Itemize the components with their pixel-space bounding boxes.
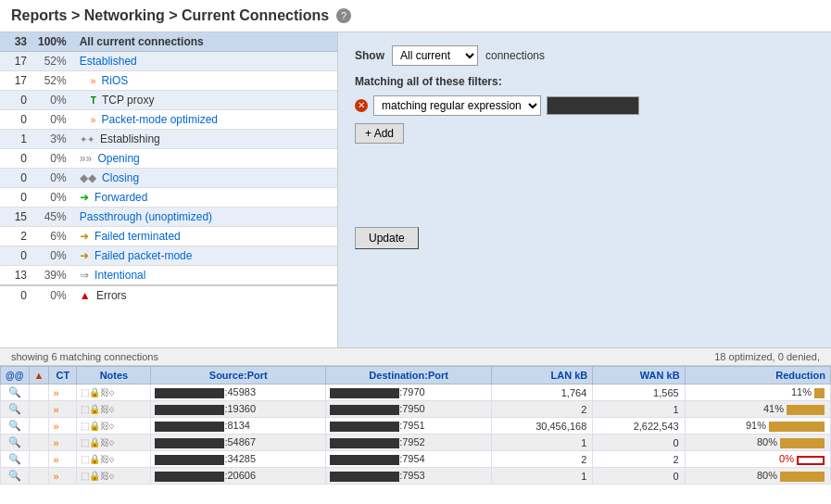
source-ip	[155, 455, 224, 465]
row-count: 2	[0, 227, 32, 246]
intentional-link[interactable]: Intentional	[94, 269, 145, 282]
update-button[interactable]: Update	[355, 227, 419, 249]
rios-link[interactable]: RiOS	[102, 74, 129, 87]
show-label: Show	[355, 49, 384, 62]
source-cell: :34285	[151, 451, 326, 468]
row-count: 15	[0, 208, 32, 227]
dest-cell: :7951	[326, 418, 492, 435]
search-cell[interactable]: 🔍	[1, 418, 30, 435]
closing-link[interactable]: Closing	[102, 171, 139, 184]
closing-icon: ◆◆	[80, 171, 96, 184]
row-pct: 0%	[32, 188, 72, 208]
filter-value-input[interactable]	[547, 96, 639, 115]
dest-ip	[330, 405, 399, 415]
col-header-destination[interactable]: Destination:Port	[326, 367, 492, 384]
table-row: 🔍 » ⬚🔒⛓⊙ :54867 :7952 1 0 80%	[1, 435, 831, 451]
row-pct: 0%	[32, 91, 72, 110]
ct-cell: »	[49, 451, 77, 468]
col-header-reduction[interactable]: Reduction	[685, 367, 830, 384]
search-cell[interactable]: 🔍	[1, 384, 30, 401]
forwarded-link[interactable]: Forwarded	[94, 191, 147, 204]
dest-cell: :7952	[326, 435, 492, 451]
dest-ip	[330, 438, 399, 448]
wan-cell: 1	[593, 401, 685, 418]
search-cell[interactable]: 🔍	[1, 435, 30, 451]
remove-filter-button[interactable]: ✕	[355, 99, 368, 112]
col-header-source[interactable]: Source:Port	[151, 367, 326, 384]
table-row: 🔍 » ⬚🔒⛓⊙ :45983 :7970 1,764 1,565 11%	[1, 384, 831, 401]
notes-cell: ⬚🔒⛓⊙	[77, 418, 151, 435]
packet-link[interactable]: Packet-mode optimized	[102, 113, 218, 126]
table-row: 0 0% ➜ Forwarded	[0, 188, 337, 208]
ct-cell: »	[49, 418, 77, 435]
notes-cell: ⬚🔒⛓⊙	[77, 451, 151, 468]
table-row: 13 39% ⇒ Intentional	[0, 266, 337, 286]
opening-link[interactable]: Opening	[97, 152, 139, 165]
row-label[interactable]: ⇒ Intentional	[72, 266, 337, 286]
table-row: 0 0% ➜ Failed packet-mode	[0, 246, 337, 266]
established-link[interactable]: Established	[80, 55, 137, 68]
search-cell[interactable]: 🔍	[1, 468, 30, 485]
table-row: 🔍 » ⬚🔒⛓⊙ :19360 :7950 2 1 41%	[1, 401, 831, 418]
row-label[interactable]: » Packet-mode optimized	[72, 110, 337, 130]
row-label[interactable]: ➜ Failed terminated	[72, 227, 337, 246]
filter-type-select[interactable]: matching regular expression source IP de…	[373, 95, 541, 116]
reduction-value: 80%	[757, 436, 780, 447]
table-row: 15 45% Passthrough (unoptimized)	[0, 208, 337, 227]
ct-cell: »	[49, 435, 77, 451]
row-pct: 0%	[32, 169, 72, 188]
notes-cell: ⬚🔒⛓⊙	[77, 435, 151, 451]
table-header-row: @@ ▲ CT Notes Source:Port Destination:Po…	[1, 367, 831, 384]
show-select[interactable]: All current Established Closing Failed A…	[392, 45, 478, 66]
col-header-lan[interactable]: LAN kB	[492, 367, 593, 384]
opening-icon: »»	[80, 152, 92, 165]
col-header-ct: CT	[49, 367, 77, 384]
left-panel: 33 100% All current connections 17 52% E…	[0, 32, 338, 347]
notes-cell: ⬚🔒⛓⊙	[77, 468, 151, 485]
row-label[interactable]: ◆◆ Closing	[72, 169, 337, 188]
row-count: 0	[0, 149, 32, 169]
rios-icon: »	[91, 76, 96, 86]
row-label[interactable]: Established	[72, 52, 337, 71]
dest-cell: :7950	[326, 401, 492, 418]
row-label[interactable]: » RiOS	[72, 71, 337, 91]
row-label[interactable]: »» Opening	[72, 149, 337, 169]
row-label[interactable]: Passthrough (unoptimized)	[72, 208, 337, 227]
reduction-value: 0%	[779, 453, 797, 464]
dest-ip	[330, 388, 399, 398]
wan-cell: 1,565	[593, 384, 685, 401]
row-label[interactable]: ➜ Failed packet-mode	[72, 246, 337, 266]
row-pct: 0%	[32, 246, 72, 266]
row-label[interactable]: ➜ Forwarded	[72, 188, 337, 208]
failed-terminated-link[interactable]: Failed terminated	[94, 230, 181, 243]
filter-title: Matching all of these filters:	[355, 75, 814, 88]
search-cell[interactable]: 🔍	[1, 451, 30, 468]
reduction-bar-outline	[797, 456, 825, 465]
row-pct: 3%	[32, 130, 72, 149]
table-row: 1 3% ✦✦ Establishing	[0, 130, 337, 149]
failed-packet-icon: ➜	[80, 249, 89, 262]
help-icon[interactable]: ?	[336, 8, 351, 23]
search-cell[interactable]: 🔍	[1, 401, 30, 418]
col-header-wan[interactable]: WAN kB	[593, 367, 685, 384]
row-count: 0	[0, 246, 32, 266]
status-left: showing 6 matching connections	[11, 351, 158, 362]
table-row: 0 0% » Packet-mode optimized	[0, 110, 337, 130]
reduction-bar	[780, 438, 825, 448]
reduction-cell: 11%	[685, 384, 830, 401]
row-count: 13	[0, 266, 32, 286]
reduction-bar	[769, 422, 825, 432]
connections-table: @@ ▲ CT Notes Source:Port Destination:Po…	[0, 366, 831, 485]
add-filter-button[interactable]: + Add	[355, 123, 404, 144]
summary-pct: 100%	[32, 32, 72, 52]
source-cell: :20606	[151, 468, 326, 485]
breadcrumb: Reports > Networking > Current Connectio…	[11, 7, 329, 24]
passthrough-link[interactable]: Passthrough (unoptimized)	[80, 210, 212, 223]
row-count: 17	[0, 71, 32, 91]
notes-cell: ⬚🔒⛓⊙	[77, 401, 151, 418]
alert-cell	[29, 401, 49, 418]
table-row: 17 52% » RiOS	[0, 71, 337, 91]
summary-row: 33 100% All current connections	[0, 32, 337, 52]
failed-packet-link[interactable]: Failed packet-mode	[94, 249, 192, 262]
reduction-value: 80%	[757, 470, 780, 481]
